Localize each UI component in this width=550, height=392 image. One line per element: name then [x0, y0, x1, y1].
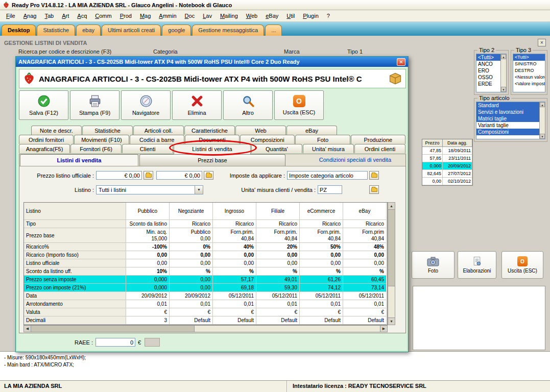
tipo2-scrollbar[interactable]: ▲▼ — [500, 54, 506, 92]
menu-item[interactable]: Prod — [116, 11, 136, 21]
dialog-tab[interactable]: Ordini clienti — [354, 144, 405, 153]
list-item[interactable]: <Valore impostato> — [513, 81, 545, 87]
grid-cell[interactable]: % — [256, 267, 300, 276]
menu-item[interactable]: Comm — [91, 11, 115, 21]
list-item[interactable]: Servizi e lavorazioni — [476, 109, 545, 115]
menu-item[interactable]: Tab — [40, 11, 58, 21]
grid-cell[interactable]: 0,00 — [126, 259, 170, 267]
desktop-tab[interactable]: Ultimi articoli creati — [102, 24, 161, 36]
grid-cell[interactable]: Default — [300, 316, 343, 325]
tipo-articolo-listbox[interactable]: Standard Servizi e lavorazioni Matrici t… — [476, 102, 545, 139]
list-item[interactable]: <Tutti> — [513, 54, 545, 61]
grid-cell[interactable]: € — [126, 308, 170, 316]
grid-column-header[interactable]: Ingrosso — [213, 203, 256, 220]
list-item[interactable]: SINISTRO — [513, 61, 545, 67]
date-cell[interactable]: 02/10/2012 — [443, 178, 472, 185]
grid-cell[interactable]: 50% — [300, 243, 343, 251]
stampa-button[interactable]: Stampa (F9) — [70, 90, 119, 120]
folder-icon[interactable] — [369, 171, 379, 180]
dialog-tab[interactable]: Quantita' — [251, 144, 302, 153]
elimina-button[interactable]: Elimina — [172, 90, 222, 120]
grid-cell[interactable]: Min. acq. 15,000 — [126, 228, 170, 243]
price-cell[interactable]: 0,000 — [422, 162, 443, 170]
grid-cell[interactable]: 0,01 — [213, 300, 256, 308]
chevron-down-icon[interactable]: ▼ — [195, 186, 203, 194]
grid-cell[interactable]: 0,00 — [213, 259, 256, 267]
dialog-tab[interactable]: Clienti — [122, 144, 173, 153]
tipo-articolo-scrollbar[interactable]: ▲▼ — [539, 102, 545, 139]
subtab-listini-di-vendita[interactable]: Listini di vendita — [20, 154, 138, 166]
menu-item[interactable]: Acq — [73, 11, 91, 21]
list-item[interactable]: Composizioni — [476, 129, 545, 135]
grid-cell[interactable]: 60,45 — [343, 276, 387, 284]
menu-item[interactable]: Mailing — [216, 11, 242, 21]
scroll-up-icon[interactable]: ▲ — [388, 203, 395, 210]
grid-cell[interactable]: Default — [343, 316, 387, 325]
grid-cell[interactable]: Forn.prim. 40,84 — [300, 228, 343, 243]
list-item[interactable]: Standard — [476, 102, 545, 109]
list-item[interactable]: Matrici taglie — [476, 115, 545, 122]
folder-icon[interactable] — [144, 171, 153, 180]
condizioni-speciali-link[interactable]: Condizioni speciali di vendita — [319, 154, 391, 166]
dialog-tab[interactable]: Caratteristiche — [184, 126, 235, 135]
grid-cell[interactable]: Default — [213, 316, 256, 325]
grid-cell[interactable]: 05/12/2011 — [343, 292, 387, 300]
grid-cell[interactable]: 20/09/2012 — [126, 292, 170, 300]
scroll-right-icon[interactable]: ▶ — [380, 326, 387, 332]
imposte-input[interactable] — [287, 171, 368, 180]
grid-column-header[interactable]: Negoziante — [170, 203, 213, 220]
price-table-row[interactable]: 0,00 02/10/2012 — [422, 178, 472, 185]
grid-cell[interactable]: 73,14 — [343, 284, 387, 292]
date-cell[interactable]: 23/11/2011 — [443, 155, 472, 162]
dialog-tab[interactable]: Note e descr. — [31, 126, 82, 135]
desktop-tab[interactable]: Statistiche — [37, 24, 75, 36]
grid-cell[interactable]: Default — [256, 316, 300, 325]
scroll-down-icon[interactable]: ▼ — [501, 87, 506, 92]
menu-item[interactable]: ? — [323, 11, 334, 21]
grid-cell[interactable]: 05/12/2011 — [300, 292, 343, 300]
grid-cell[interactable]: 0,01 — [256, 300, 300, 308]
grid-cell[interactable]: 05/12/2011 — [256, 292, 300, 300]
grid-cell[interactable]: € — [300, 308, 343, 316]
dialog-tab[interactable]: Codici a barre — [130, 135, 184, 144]
scroll-down-icon[interactable]: ▼ — [388, 317, 395, 325]
panel-close-icon[interactable]: × — [538, 39, 546, 46]
uscita-dialog-button[interactable]: O Uscita (ESC) — [274, 90, 324, 120]
grid-cell[interactable]: 0,00 — [170, 276, 213, 284]
date-cell[interactable]: 27/07/2012 — [443, 170, 472, 178]
menu-item[interactable]: Web — [242, 11, 261, 21]
grid-cell[interactable]: 0,00 — [256, 251, 300, 259]
menu-item[interactable]: Plugin — [299, 11, 323, 21]
menu-item[interactable]: Art — [58, 11, 73, 21]
grid-cell[interactable]: 20% — [256, 243, 300, 251]
scroll-up-icon[interactable]: ▲ — [501, 54, 506, 59]
grid-cell[interactable]: 0,00 — [170, 284, 213, 292]
grid-vertical-scrollbar[interactable]: ▲ ▼ — [388, 202, 395, 325]
grid-cell[interactable]: Sconto da listino — [126, 220, 170, 228]
grid-cell[interactable]: Default — [170, 316, 213, 325]
scroll-left-icon[interactable]: ◀ — [24, 326, 31, 332]
dialog-tab[interactable]: eBay — [286, 126, 337, 135]
grid-cell[interactable]: 0,00 — [300, 251, 343, 259]
foto-button[interactable]: Foto — [412, 251, 455, 279]
grid-cell[interactable]: 48% — [343, 243, 387, 251]
dialog-tab[interactable]: Composizioni — [240, 135, 295, 144]
tipo2-listbox[interactable]: <Tutti> ANCO ERO OSSO ERDE ▲▼ — [476, 54, 507, 92]
grid-cell[interactable]: 3 — [126, 316, 170, 325]
dialog-tab[interactable]: Foto — [295, 135, 350, 144]
grid-cell[interactable]: Ricarico — [256, 220, 300, 228]
grid-column-header[interactable]: eCommerce — [300, 203, 343, 220]
scroll-up-icon[interactable]: ▲ — [540, 102, 545, 107]
grid-cell[interactable]: 0,01 — [170, 300, 213, 308]
grid-cell[interactable]: 40% — [213, 243, 256, 251]
dialog-tab[interactable]: Listini di vendita — [174, 144, 251, 154]
menu-item[interactable]: Util — [282, 11, 299, 21]
grid-cell[interactable]: Forn.prim. 40,84 — [213, 228, 256, 243]
subtab-prezzi-base[interactable]: Prezzi base — [139, 154, 285, 166]
dialog-tab[interactable]: Web — [235, 126, 286, 135]
uscita-button[interactable]: O Uscita (ESC) — [501, 251, 543, 279]
grid-cell[interactable]: 0,00 — [343, 259, 387, 267]
folder-icon[interactable] — [369, 185, 379, 194]
grid-cell[interactable]: 69,18 — [213, 284, 256, 292]
grid-cell[interactable]: % — [170, 267, 213, 276]
